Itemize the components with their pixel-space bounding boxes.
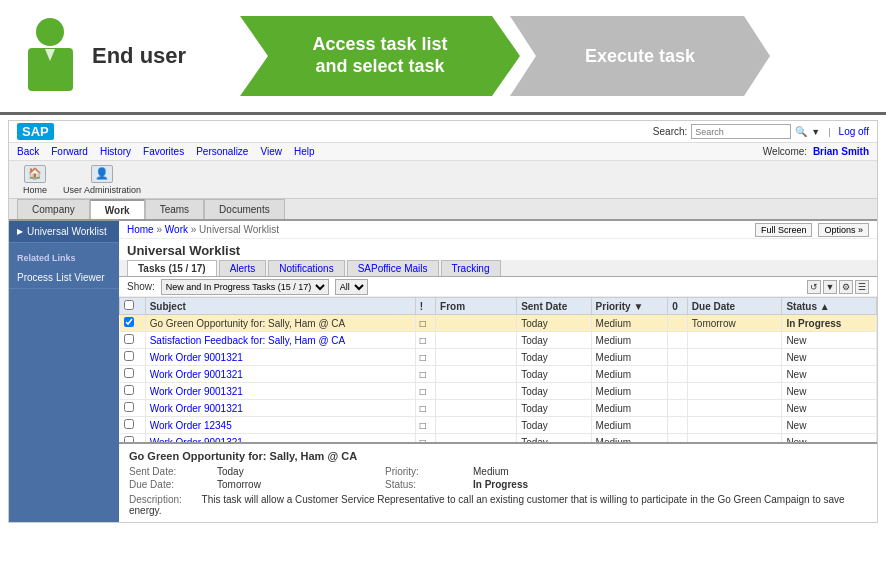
col-from[interactable]: From <box>436 298 517 315</box>
search-icon[interactable]: 🔍 <box>795 126 807 137</box>
home-icon: 🏠 <box>24 165 46 183</box>
table-row[interactable]: Work Order 9001321□TodayMediumNew <box>120 349 877 366</box>
tab-tasks[interactable]: Tasks (15 / 17) <box>127 260 217 276</box>
task-table: Subject ! From Sent Date Priority ▼ 0 Du… <box>119 297 877 442</box>
table-row[interactable]: Work Order 9001321□TodayMediumNew <box>120 400 877 417</box>
search-dropdown-icon[interactable]: ▼ <box>811 127 820 137</box>
tab-teams[interactable]: Teams <box>145 199 204 219</box>
status-cell: In Progress <box>782 315 877 332</box>
col-exclaim[interactable]: ! <box>415 298 435 315</box>
status-value: In Progress <box>473 479 593 490</box>
tab-tracking[interactable]: Tracking <box>441 260 501 276</box>
exclaim-cell: □ <box>415 400 435 417</box>
task-link[interactable]: Work Order 9001321 <box>150 369 243 380</box>
sap-main-panel: Home » Work » Universal Worklist Full Sc… <box>119 221 877 522</box>
sidebar-item-process-list[interactable]: Process List Viewer <box>9 267 119 289</box>
table-row[interactable]: Work Order 9001321□TodayMediumNew <box>120 434 877 443</box>
filter-select[interactable]: New and In Progress Tasks (15 / 17) <box>161 279 329 295</box>
tab-notifications[interactable]: Notifications <box>268 260 344 276</box>
columns-icon[interactable]: ☰ <box>855 280 869 294</box>
user-admin-button[interactable]: 👤 User Administration <box>57 163 147 197</box>
priority-label: Priority: <box>385 466 465 477</box>
nav-history[interactable]: History <box>100 146 131 157</box>
refresh-icon[interactable]: ↺ <box>807 280 821 294</box>
row-checkbox[interactable] <box>124 334 134 344</box>
breadcrumb-home[interactable]: Home <box>127 224 154 235</box>
table-row[interactable]: Work Order 9001321□TodayMediumNew <box>120 383 877 400</box>
options-button[interactable]: Options » <box>818 223 869 237</box>
task-link[interactable]: Satisfaction Feedback for: Sally, Ham @ … <box>150 335 346 346</box>
task-link[interactable]: Go Green Opportunity for: Sally, Ham @ C… <box>150 318 346 329</box>
logoff-link[interactable]: Log off <box>839 126 869 137</box>
tab-alerts[interactable]: Alerts <box>219 260 267 276</box>
table-row[interactable]: Work Order 9001321□TodayMediumNew <box>120 366 877 383</box>
row-checkbox[interactable] <box>124 368 134 378</box>
table-row[interactable]: Satisfaction Feedback for: Sally, Ham @ … <box>120 332 877 349</box>
row-checkbox[interactable] <box>124 317 134 327</box>
settings-icon[interactable]: ⚙ <box>839 280 853 294</box>
breadcrumb-work[interactable]: Work <box>165 224 188 235</box>
exclaim-cell: □ <box>415 366 435 383</box>
exclaim-cell: □ <box>415 417 435 434</box>
filter-icon[interactable]: ▼ <box>823 280 837 294</box>
task-link[interactable]: Work Order 9001321 <box>150 437 243 443</box>
status-cell: New <box>782 400 877 417</box>
nav-personalize[interactable]: Personalize <box>196 146 248 157</box>
due-date-cell <box>687 434 782 443</box>
col-due[interactable]: Due Date <box>687 298 782 315</box>
table-row[interactable]: Go Green Opportunity for: Sally, Ham @ C… <box>120 315 877 332</box>
search-input[interactable] <box>691 124 791 139</box>
tab-company[interactable]: Company <box>17 199 90 219</box>
select-all-checkbox[interactable] <box>124 300 134 310</box>
attach-cell <box>668 332 688 349</box>
col-status[interactable]: Status ▲ <box>782 298 877 315</box>
tab-sapoffice[interactable]: SAPoffice Mails <box>347 260 439 276</box>
sent-date-cell: Today <box>517 366 591 383</box>
col-checkbox <box>120 298 146 315</box>
sort-icon: ▼ <box>633 301 643 312</box>
search-bar: Search: 🔍 ▼ | Log off <box>653 124 869 139</box>
from-cell <box>436 400 517 417</box>
task-link[interactable]: Work Order 9001321 <box>150 386 243 397</box>
col-sent[interactable]: Sent Date <box>517 298 591 315</box>
step2-arrow: Execute task <box>510 16 770 96</box>
nav-back[interactable]: Back <box>17 146 39 157</box>
filter-all-select[interactable]: All <box>335 279 368 295</box>
priority-cell: Medium <box>591 434 668 443</box>
task-link[interactable]: Work Order 12345 <box>150 420 232 431</box>
col-subject[interactable]: Subject <box>145 298 415 315</box>
status-cell: New <box>782 417 877 434</box>
nav-favorites[interactable]: Favorites <box>143 146 184 157</box>
tab-documents[interactable]: Documents <box>204 199 285 219</box>
row-checkbox[interactable] <box>124 385 134 395</box>
table-row[interactable]: Work Order 12345□TodayMediumNew <box>120 417 877 434</box>
row-checkbox[interactable] <box>124 402 134 412</box>
task-link[interactable]: Work Order 9001321 <box>150 403 243 414</box>
sidebar-worklist-label: Universal Worklist <box>27 226 107 237</box>
from-cell <box>436 383 517 400</box>
priority-cell: Medium <box>591 349 668 366</box>
nav-view[interactable]: View <box>260 146 282 157</box>
nav-help[interactable]: Help <box>294 146 315 157</box>
status-label: Status: <box>385 479 465 490</box>
col-priority[interactable]: Priority ▼ <box>591 298 668 315</box>
full-screen-button[interactable]: Full Screen <box>755 223 813 237</box>
from-cell <box>436 417 517 434</box>
sidebar-related-links-label: Related Links <box>9 249 119 267</box>
sidebar-item-worklist[interactable]: ▶ Universal Worklist <box>9 221 119 243</box>
row-checkbox[interactable] <box>124 351 134 361</box>
task-link[interactable]: Work Order 9001321 <box>150 352 243 363</box>
sap-ui-container: SAP Search: 🔍 ▼ | Log off Back Forward H… <box>8 120 878 523</box>
from-cell <box>436 349 517 366</box>
welcome-prefix: Welcome: <box>763 146 807 157</box>
sent-date-cell: Today <box>517 434 591 443</box>
tab-work[interactable]: Work <box>90 199 145 219</box>
row-checkbox[interactable] <box>124 436 134 442</box>
svg-point-0 <box>36 18 64 46</box>
status-cell: New <box>782 366 877 383</box>
nav-forward[interactable]: Forward <box>51 146 88 157</box>
home-button[interactable]: 🏠 Home <box>17 163 53 197</box>
detail-title: Go Green Opportunity for: Sally, Ham @ C… <box>129 450 867 462</box>
worklist-title: Universal Worklist <box>119 239 877 260</box>
row-checkbox[interactable] <box>124 419 134 429</box>
